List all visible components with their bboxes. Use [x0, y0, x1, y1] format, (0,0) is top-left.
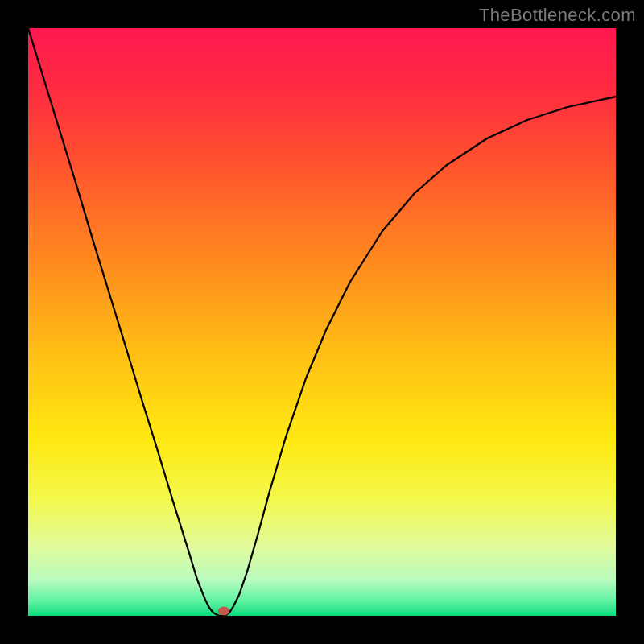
- attribution-text: TheBottleneck.com: [479, 5, 636, 26]
- chart-frame: TheBottleneck.com: [0, 0, 644, 644]
- optimal-point-marker: [218, 607, 229, 616]
- gradient-background: [28, 28, 616, 616]
- plot-area: [28, 28, 616, 616]
- svg-rect-0: [28, 28, 616, 616]
